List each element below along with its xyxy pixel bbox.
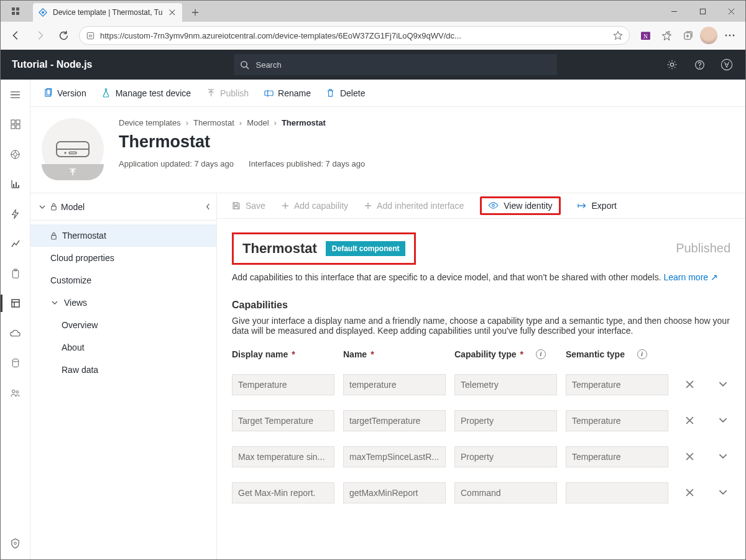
tree-item[interactable]: Cloud properties — [30, 247, 216, 269]
crumb-b[interactable]: Model — [247, 118, 269, 127]
rail-templates-icon[interactable] — [1, 295, 30, 312]
name-field[interactable]: targetTemperature — [343, 410, 446, 431]
tree-item[interactable]: About — [30, 336, 216, 359]
crumb-root[interactable]: Device templates — [119, 118, 181, 127]
search-input[interactable]: Search — [234, 54, 557, 75]
forward-button[interactable] — [29, 25, 50, 46]
semantic-type-field[interactable]: Temperature — [566, 374, 668, 395]
info-icon[interactable]: i — [536, 349, 546, 359]
display-name-field[interactable]: Temperature — [232, 374, 334, 395]
favorites-bar-icon[interactable] — [656, 25, 677, 46]
profile-avatar[interactable] — [698, 25, 719, 46]
learn-more-link[interactable]: Learn more ↗ — [664, 272, 718, 282]
new-tab-button[interactable] — [186, 3, 205, 22]
display-name-field[interactable]: Get Max-Min report. — [232, 482, 334, 503]
display-name-field[interactable]: Max temperature sin... — [232, 446, 334, 467]
favorite-icon[interactable] — [613, 30, 623, 40]
site-info-icon[interactable] — [86, 31, 95, 40]
remove-row-icon[interactable] — [677, 452, 702, 461]
model-tree-header[interactable]: Model — [30, 193, 216, 221]
tree-item[interactable]: Customize — [30, 269, 216, 291]
rail-cloud-icon[interactable] — [1, 324, 30, 342]
template-icon — [42, 118, 104, 180]
app-brand[interactable]: Tutorial - Node.js — [1, 59, 103, 70]
manage-test-device-button[interactable]: Manage test device — [101, 88, 191, 98]
svg-rect-7 — [87, 32, 93, 39]
tree-item-label: About — [62, 342, 85, 352]
semantic-type-field[interactable]: Temperature — [566, 410, 668, 431]
rail-devices-icon[interactable] — [1, 145, 30, 163]
capability-type-field[interactable]: Property — [454, 410, 557, 431]
rail-menu-icon[interactable] — [1, 86, 30, 103]
rail-analytics-icon[interactable] — [1, 175, 30, 193]
external-link-icon: ↗ — [711, 272, 718, 282]
collapse-tree-icon[interactable] — [206, 203, 210, 210]
favicon-icon — [38, 7, 48, 17]
back-button[interactable] — [6, 25, 27, 46]
search-icon — [240, 60, 249, 70]
rail-clipboard-icon[interactable] — [1, 265, 30, 282]
expand-row-icon[interactable] — [711, 382, 735, 387]
tree-item[interactable]: Thermostat — [30, 224, 216, 247]
rename-icon — [264, 88, 274, 98]
capability-type-field[interactable]: Property — [454, 446, 557, 467]
rail-rules-icon[interactable] — [1, 205, 30, 223]
remove-row-icon[interactable] — [677, 380, 702, 388]
rail-feedback-icon[interactable] — [1, 535, 30, 552]
remove-row-icon[interactable] — [677, 416, 702, 425]
svg-point-32 — [12, 390, 15, 393]
delete-button[interactable]: Delete — [326, 88, 365, 98]
settings-gear-icon[interactable] — [660, 52, 684, 77]
version-icon — [43, 88, 53, 98]
rail-jobs-icon[interactable] — [1, 235, 30, 252]
capability-type-field[interactable]: Telemetry — [454, 374, 557, 395]
window-minimize-button[interactable] — [660, 1, 688, 22]
tree-item[interactable]: Overview — [30, 314, 216, 336]
display-name-field[interactable]: Target Temperature — [232, 410, 334, 431]
model-sidebar: Model ThermostatCloud propertiesCustomiz… — [30, 193, 217, 559]
name-field[interactable]: getMaxMinReport — [343, 482, 446, 503]
trash-icon — [326, 88, 336, 98]
rail-data-export-icon[interactable] — [1, 354, 30, 372]
tree-item[interactable]: Views — [30, 291, 216, 314]
version-button[interactable]: Version — [43, 88, 86, 98]
window-close-button[interactable] — [717, 1, 745, 22]
onenote-extension-icon[interactable]: N — [635, 25, 656, 46]
svg-rect-25 — [13, 184, 14, 187]
semantic-type-field[interactable] — [566, 482, 668, 503]
name-field[interactable]: maxTempSinceLastR... — [343, 446, 446, 467]
expand-row-icon[interactable] — [711, 454, 735, 459]
name-field[interactable]: temperature — [343, 374, 446, 395]
expand-row-icon[interactable] — [711, 490, 735, 495]
expand-row-icon[interactable] — [711, 418, 735, 423]
window-maximize-button[interactable] — [688, 1, 717, 22]
account-icon[interactable] — [714, 52, 739, 77]
component-title-block: Thermostat Default component — [232, 232, 416, 265]
view-identity-button[interactable]: View identity — [480, 196, 560, 215]
capability-row: Max temperature sin...maxTempSinceLastR.… — [232, 446, 730, 467]
rail-admin-icon[interactable] — [1, 384, 30, 402]
collections-icon[interactable] — [677, 25, 698, 46]
info-icon-2[interactable]: i — [637, 349, 647, 359]
hero: Device templates› Thermostat› Model› The… — [30, 107, 745, 193]
save-icon — [232, 201, 241, 210]
tree-item[interactable]: Raw data — [30, 359, 216, 381]
semantic-type-field[interactable]: Temperature — [566, 446, 668, 467]
help-icon[interactable] — [687, 52, 712, 77]
export-button[interactable]: Export — [577, 201, 617, 211]
rail-dashboard-icon[interactable] — [1, 116, 30, 133]
capabilities-desc: Give your interface a display name and a… — [232, 316, 730, 336]
published-status: Published — [676, 241, 730, 255]
crumb-a[interactable]: Thermostat — [193, 118, 234, 127]
svg-point-34 — [14, 542, 17, 544]
close-tab-icon[interactable] — [167, 7, 177, 17]
capability-type-field[interactable]: Command — [454, 482, 557, 503]
remove-row-icon[interactable] — [677, 489, 702, 497]
browser-tab[interactable]: Device template | Thermostat, Tu — [33, 3, 182, 22]
svg-rect-0 — [12, 7, 15, 11]
browser-menu-icon[interactable] — [719, 25, 740, 46]
refresh-button[interactable] — [53, 25, 74, 46]
address-field[interactable]: https://custom-7rn3ymv9nm.azureiotcentra… — [79, 26, 630, 45]
svg-rect-2 — [12, 12, 15, 15]
rename-button[interactable]: Rename — [264, 88, 311, 98]
